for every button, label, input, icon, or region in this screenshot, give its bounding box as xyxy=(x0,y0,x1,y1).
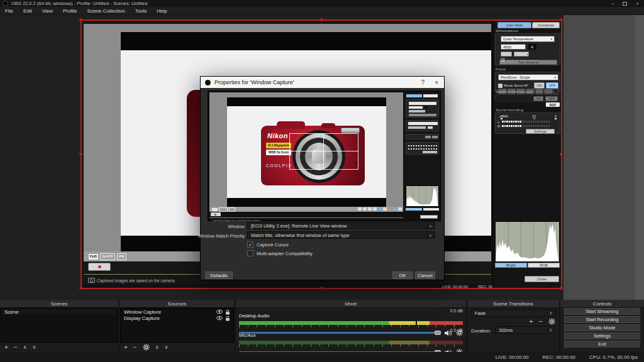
add-icon[interactable]: + xyxy=(4,344,8,351)
resize-handle-br[interactable] xyxy=(560,287,563,290)
sources-header: Sources xyxy=(119,300,235,308)
resize-handle-b[interactable] xyxy=(320,287,323,290)
studio-mode-button[interactable]: Studio Mode xyxy=(564,324,640,331)
remove-icon[interactable]: − xyxy=(539,318,543,325)
resize-handle-l[interactable] xyxy=(79,153,82,156)
camera-top-bump xyxy=(321,123,335,128)
meter-segment xyxy=(513,125,515,127)
maximize-icon[interactable] xyxy=(623,2,627,6)
minimize-icon[interactable]: – xyxy=(611,1,614,6)
defaults-button[interactable]: Defaults xyxy=(205,272,233,279)
move-down-icon[interactable]: ∨ xyxy=(165,345,169,350)
tab-live-view[interactable]: Live View xyxy=(497,22,531,28)
dialog-help-icon[interactable]: ? xyxy=(421,79,425,86)
lock-icon[interactable] xyxy=(225,309,230,315)
duration-value: 300ms xyxy=(499,327,513,333)
dof-on-button[interactable]: ON xyxy=(533,96,543,101)
meter-segment xyxy=(537,125,539,127)
checkbox-unchecked-icon[interactable] xyxy=(247,250,253,256)
menu-file[interactable]: File xyxy=(0,8,18,14)
resize-handle-r[interactable] xyxy=(560,153,563,156)
resize-handle-tr[interactable] xyxy=(560,18,563,21)
ok-button[interactable]: OK xyxy=(392,272,413,279)
menu-profile[interactable]: Profile xyxy=(58,8,82,14)
meter-segment xyxy=(502,121,504,123)
servo-off-button[interactable]: OFF xyxy=(546,82,558,89)
checkbox-checked-icon[interactable]: ✓ xyxy=(247,241,253,248)
record-button[interactable] xyxy=(88,263,111,271)
nested-letterbox-bottom xyxy=(227,198,386,207)
gear-icon[interactable] xyxy=(143,344,150,351)
menu-help[interactable]: Help xyxy=(152,8,172,14)
focus-frame xyxy=(289,133,358,170)
add-icon[interactable]: + xyxy=(529,318,533,325)
controls-header: Controls xyxy=(560,300,644,308)
visibility-eye-icon[interactable] xyxy=(216,309,223,314)
meter-segment xyxy=(540,125,541,127)
source-row-display-capture[interactable]: Display Capture xyxy=(121,315,233,321)
scenes-dock: Scenes Scene + − ∧ ∨ xyxy=(0,300,118,352)
resize-handle-t[interactable] xyxy=(320,18,323,21)
menu-scene-collection[interactable]: Scene Collection xyxy=(82,8,130,14)
duration-spinbox[interactable]: 300ms ▴▾ xyxy=(495,326,555,334)
close-icon[interactable]: × xyxy=(636,1,639,6)
move-down-icon[interactable]: ∨ xyxy=(33,345,36,350)
scene-list-item[interactable]: Scene xyxy=(1,309,117,315)
settings-button[interactable]: Settings xyxy=(564,332,640,339)
move-up-icon[interactable]: ∧ xyxy=(23,345,27,350)
remove-icon[interactable]: − xyxy=(14,344,18,351)
focus-step-button[interactable] xyxy=(535,89,544,94)
resize-handle-tl[interactable] xyxy=(79,18,82,21)
meter-segment xyxy=(535,121,537,123)
menu-bar: File Edit View Profile Scene Collection … xyxy=(0,7,644,15)
checkbox-checked-icon[interactable]: ✓ xyxy=(498,84,502,88)
menu-tools[interactable]: Tools xyxy=(130,8,152,14)
wb-preset-dropdown[interactable]: ▾ xyxy=(514,52,529,57)
wb-eyedropper-button[interactable] xyxy=(501,52,512,57)
focus-step-button[interactable] xyxy=(544,89,553,94)
servo-on-button[interactable]: ON xyxy=(534,82,545,89)
match-priority-dropdown[interactable]: Match title, otherwise find window of sa… xyxy=(247,231,435,239)
multi-adapter-row[interactable]: Multi-adapter Compatibility xyxy=(247,250,313,256)
focus-mode-dropdown[interactable]: FlexiZone - Single▾ xyxy=(498,74,558,80)
histogram-rgb-tab[interactable]: RGB xyxy=(528,263,560,268)
source-row-window-capture[interactable]: Window Capture xyxy=(121,309,233,315)
remove-icon[interactable]: − xyxy=(133,344,137,351)
sound-settings-button[interactable]: Settings xyxy=(526,129,555,134)
window-dropdown[interactable]: [EOS Utility 2.exe]: Remote Live View wi… xyxy=(247,222,435,229)
menu-edit[interactable]: Edit xyxy=(18,8,37,14)
wb-temp-input[interactable]: 4500 xyxy=(501,44,526,50)
record-dot-icon xyxy=(98,265,101,268)
transitions-toolbar: + − xyxy=(467,318,555,325)
cancel-button[interactable]: Cancel xyxy=(415,272,435,279)
wb-mode-dropdown[interactable]: Color Temperature▾ xyxy=(501,36,555,42)
eos-close-button[interactable]: Close xyxy=(525,276,559,282)
resize-handle-bl[interactable] xyxy=(79,287,82,290)
capture-cursor-row[interactable]: ✓ Capture Cursor xyxy=(247,241,289,248)
peak-marker-green xyxy=(533,118,535,119)
meter-segment xyxy=(518,125,519,127)
tab-compose[interactable]: Compose xyxy=(532,22,560,28)
kelvin-badge: K xyxy=(528,44,536,50)
servo-af-row: ✓ Movie Servo AF ON OFF xyxy=(498,82,558,89)
start-recording-button[interactable]: Start Recording xyxy=(564,316,640,323)
properties-dialog: Properties for 'Window Capture' ? × Niko… xyxy=(200,76,445,280)
transition-dropdown[interactable]: Fade ▴▾ xyxy=(471,309,555,317)
wb-test-button[interactable]: Test shooting xyxy=(499,60,557,65)
visibility-eye-icon[interactable] xyxy=(216,315,223,321)
dof-off-button[interactable]: OFF xyxy=(545,96,558,101)
exit-button[interactable]: Exit xyxy=(564,341,640,348)
meter-segment xyxy=(519,125,521,127)
menu-view[interactable]: View xyxy=(37,8,58,14)
start-streaming-button[interactable]: Start Streaming xyxy=(564,308,640,315)
lock-icon[interactable] xyxy=(225,315,230,321)
add-icon[interactable]: + xyxy=(124,344,128,351)
gear-icon[interactable] xyxy=(548,318,555,325)
dialog-titlebar[interactable]: Properties for 'Window Capture' ? × xyxy=(201,77,444,88)
histogram-bright-tab[interactable]: Bright xyxy=(495,263,527,268)
dialog-close-icon[interactable]: × xyxy=(435,79,438,86)
meter-segment xyxy=(504,121,506,123)
move-up-icon[interactable]: ∧ xyxy=(155,345,159,350)
meter-segment xyxy=(528,125,530,127)
meter-segment xyxy=(504,125,506,127)
